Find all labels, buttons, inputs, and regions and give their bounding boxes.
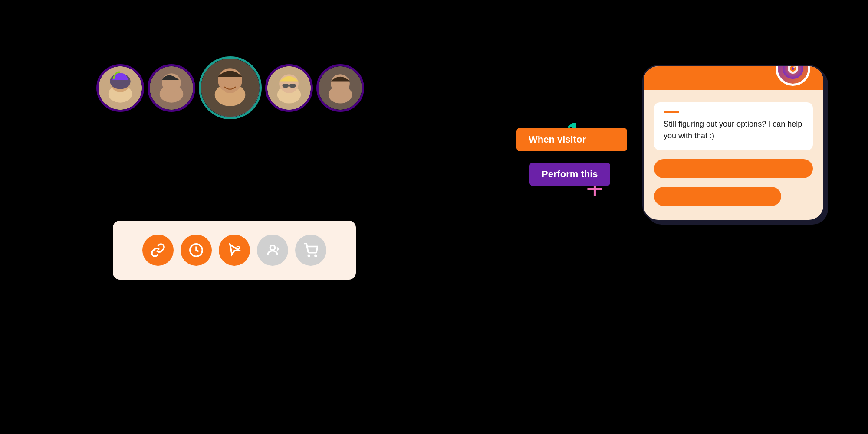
phone-mockup: Still figuring out your options? I can h… (642, 65, 825, 221)
svg-rect-14 (282, 84, 289, 88)
clock-action-icon[interactable] (181, 235, 212, 266)
face-4 (267, 66, 311, 110)
bot-icon (778, 65, 808, 84)
svg-rect-15 (289, 84, 296, 88)
user-behavior-action-icon[interactable] (257, 235, 288, 266)
avatar-1[interactable] (96, 64, 144, 112)
face-1 (99, 66, 142, 110)
svg-point-25 (315, 255, 316, 256)
face-5 (319, 66, 362, 110)
bracket-br (256, 114, 262, 119)
chat-bubble-text: Still figuring out your options? I can h… (664, 120, 802, 140)
face-2 (150, 66, 193, 110)
avatar-svg-2 (150, 66, 193, 110)
svg-point-22 (237, 247, 239, 248)
phone-body: Still figuring out your options? I can h… (644, 90, 823, 220)
chat-bubble: Still figuring out your options? I can h… (654, 102, 813, 150)
action-card (113, 221, 356, 280)
bracket-tl (199, 56, 204, 62)
bot-svg (783, 65, 803, 79)
cart-action-icon[interactable] (295, 235, 326, 266)
avatar-4[interactable] (265, 64, 313, 112)
svg-point-24 (308, 255, 309, 256)
avatar-svg-5 (319, 66, 362, 110)
avatar-svg-4 (267, 66, 311, 110)
svg-point-30 (793, 66, 795, 68)
avatar-svg-1 (99, 66, 142, 110)
svg-point-23 (270, 245, 275, 250)
avatar-2[interactable] (148, 64, 195, 112)
avatar-row (65, 56, 395, 119)
phone-button-2[interactable] (654, 187, 781, 206)
avatar-5[interactable] (316, 64, 364, 112)
face-active (201, 59, 260, 117)
link-action-icon[interactable] (142, 235, 174, 266)
avatar-active[interactable] (199, 56, 262, 119)
left-section (65, 56, 395, 119)
when-visitor-label: When visitor _____ (516, 128, 627, 151)
bracket-bl (199, 114, 204, 119)
avatar-svg-active (201, 59, 260, 117)
chat-bubble-accent (664, 111, 679, 113)
click-action-icon[interactable] (219, 235, 250, 266)
avatar-connector (229, 118, 231, 119)
bracket-tr (256, 56, 262, 62)
perform-this-label: Perform this (529, 163, 610, 186)
main-scene: 1 + When visitor _____ Perform this (0, 0, 868, 434)
phone-button-1[interactable] (654, 159, 813, 178)
right-section: 1 + When visitor _____ Perform this (642, 43, 825, 221)
